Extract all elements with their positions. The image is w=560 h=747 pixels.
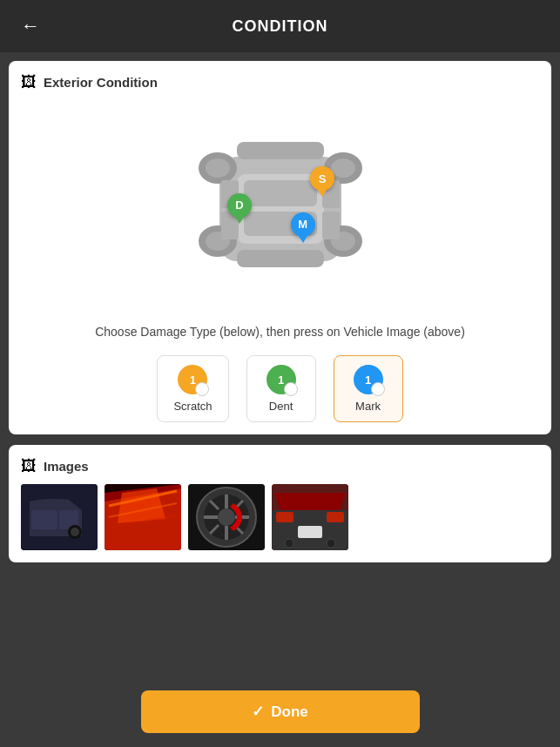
svg-point-31: [218, 508, 235, 526]
img-inner-2: [105, 484, 181, 550]
done-button[interactable]: ✓ Done: [141, 690, 420, 733]
done-check-icon: ✓: [252, 703, 264, 721]
svg-rect-2: [244, 180, 317, 206]
svg-rect-4: [237, 142, 324, 159]
image-thumbnail-4[interactable]: [272, 484, 348, 550]
svg-point-46: [327, 539, 335, 548]
card-header-images: 🖼 Images: [21, 457, 539, 475]
done-label: Done: [271, 703, 308, 721]
img-inner-1: [21, 484, 98, 550]
car-top-view-svg: [159, 109, 402, 300]
img-svg-4: [272, 484, 348, 550]
img-svg-1: [21, 484, 98, 550]
image-thumbnail-3[interactable]: [188, 484, 265, 550]
image-thumbnail-2[interactable]: [105, 484, 181, 550]
pin-scratch-tail: [318, 190, 327, 197]
damage-type-mark[interactable]: 1 Mark: [334, 355, 403, 422]
img-svg-3: [188, 484, 265, 550]
img-inner-4: [272, 484, 348, 550]
mark-badge: 1: [354, 365, 383, 394]
svg-rect-44: [298, 526, 322, 538]
dent-label: Dent: [269, 400, 293, 413]
pin-mark-tail: [299, 236, 307, 243]
main-content: 🖼 Exterior Condition: [0, 52, 560, 680]
scratch-badge: 1: [178, 365, 207, 394]
pin-mark-circle: M: [291, 212, 315, 237]
pin-dent[interactable]: D: [226, 193, 253, 225]
pin-scratch-circle: S: [310, 166, 334, 191]
pin-mark[interactable]: M: [290, 212, 316, 244]
card-header-exterior: 🖼 Exterior Condition: [21, 73, 539, 91]
images-grid: [21, 484, 539, 550]
svg-rect-19: [31, 510, 57, 529]
damage-type-dent[interactable]: 1 Dent: [246, 355, 316, 422]
svg-rect-5: [237, 250, 324, 267]
pin-scratch[interactable]: S: [309, 166, 335, 198]
exterior-label: Exterior Condition: [44, 75, 158, 90]
vehicle-svg-area[interactable]: S D M: [159, 109, 402, 300]
img-svg-2: [105, 484, 181, 550]
app-header: ← CONDITION: [0, 0, 560, 52]
pin-dent-circle: D: [227, 193, 252, 218]
back-button[interactable]: ←: [14, 11, 47, 41]
images-card: 🖼 Images: [9, 445, 551, 562]
svg-rect-17: [322, 212, 340, 239]
exterior-condition-card: 🖼 Exterior Condition: [9, 61, 551, 434]
instruction-text: Choose Damage Type (below), then press o…: [21, 323, 539, 341]
svg-point-7: [206, 158, 230, 178]
vehicle-diagram[interactable]: S D M: [21, 100, 539, 318]
damage-type-scratch[interactable]: 1 Scratch: [157, 355, 228, 422]
damage-types-row: 1 Scratch 1 Dent 1 Mark: [21, 355, 539, 422]
svg-rect-42: [276, 512, 293, 522]
svg-point-22: [71, 528, 79, 536]
img-inner-3: [188, 484, 265, 550]
dent-badge: 1: [267, 365, 296, 394]
svg-rect-43: [327, 512, 344, 522]
page-title: CONDITION: [233, 17, 328, 36]
images-icon: 🖼: [21, 457, 37, 475]
exterior-icon: 🖼: [21, 73, 37, 91]
images-label: Images: [44, 459, 89, 474]
scratch-label: Scratch: [173, 400, 212, 413]
mark-label: Mark: [355, 400, 381, 413]
svg-point-45: [285, 539, 293, 548]
image-thumbnail-1[interactable]: [21, 484, 98, 550]
pin-dent-tail: [235, 217, 244, 224]
done-bar: ✓ Done: [0, 680, 560, 747]
